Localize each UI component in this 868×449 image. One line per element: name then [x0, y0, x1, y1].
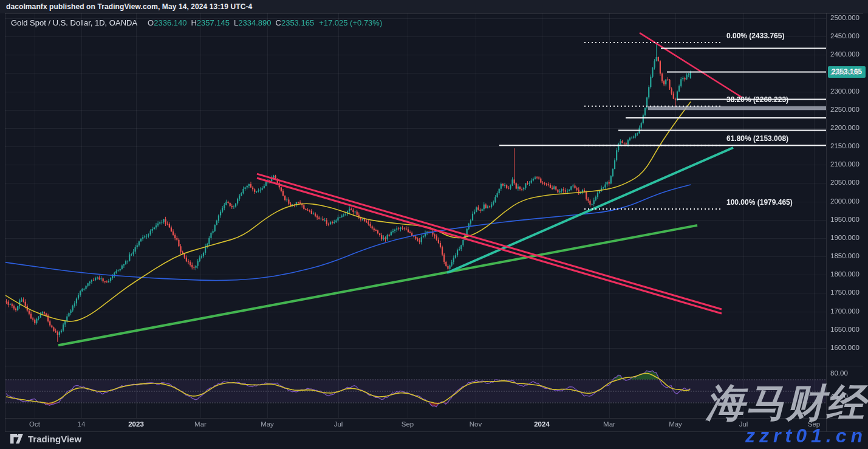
price-axis-tick: 1900.000 — [830, 234, 859, 241]
price-axis-tick: 2500.000 — [830, 14, 859, 21]
tradingview-logo-text: TradingView — [28, 434, 81, 444]
price-axis-tick: 2150.000 — [830, 142, 859, 149]
time-axis-label: Jul — [739, 420, 748, 428]
price-axis-tick: 2400.000 — [830, 50, 859, 58]
time-axis-label: 14 — [78, 420, 86, 428]
watermark-url: zzrt01.cn — [745, 425, 867, 447]
rsi-axis-tick: 40.00 — [830, 392, 848, 400]
fib-level-label: 38.20% (2260.223) — [726, 95, 788, 104]
tradingview-published-chart: dacolmanfx published on TradingView.com,… — [0, 0, 868, 449]
price-axis-tick: 1700.000 — [830, 307, 859, 315]
time-axis-label: Jul — [334, 420, 343, 428]
time-axis-label: Oct — [29, 420, 40, 428]
open-value: 2336.140 — [154, 18, 186, 27]
open-label: O — [148, 18, 154, 27]
price-axis-tick: 2350.000 — [830, 69, 859, 76]
time-axis-label: Nov — [470, 420, 482, 428]
time-axis-label: Mar — [603, 420, 615, 428]
price-axis-tick: 2450.000 — [830, 32, 859, 39]
time-axis-label: Sep — [402, 420, 414, 428]
price-axis-tick: 2100.000 — [830, 160, 859, 168]
price-axis-tick: 1650.000 — [830, 326, 859, 333]
tradingview-logo[interactable]: TradingView — [10, 433, 81, 444]
price-axis-tick: 1750.000 — [830, 289, 859, 296]
watermark-brand: 海马财经 — [706, 377, 866, 430]
publish-line: dacolmanfx published on TradingView.com,… — [6, 2, 252, 11]
fib-level-label: 61.80% (2153.008) — [726, 134, 788, 143]
close-label: C — [276, 18, 281, 27]
time-axis-label: Mar — [194, 420, 207, 428]
time-axis-label: Sep — [808, 420, 820, 428]
price-axis-tick: 1600.000 — [830, 344, 859, 351]
price-axis-tick: 2300.000 — [830, 87, 859, 95]
price-axis-tick: 2200.000 — [830, 124, 859, 131]
time-axis-label: May — [669, 420, 682, 428]
price-axis-tick: 2250.000 — [830, 106, 859, 113]
high-label: H — [191, 18, 196, 27]
time-axis-label: May — [261, 420, 274, 428]
time-axis-label: 2023 — [128, 420, 144, 428]
close-value: 2353.165 — [281, 18, 314, 27]
price-axis-tick: 2050.000 — [830, 179, 859, 186]
price-axis-tick: 1950.000 — [830, 216, 859, 223]
fib-level-label: 100.00% (1979.465) — [726, 198, 793, 207]
high-value: 2357.145 — [197, 18, 230, 27]
change-value: +17.025 (+0.73%) — [319, 18, 382, 27]
low-value: 2334.890 — [238, 18, 271, 27]
publish-header-bar: dacolmanfx published on TradingView.com,… — [0, 0, 868, 13]
fib-level-label: 0.00% (2433.765) — [726, 32, 784, 40]
symbol-title[interactable]: Gold Spot / U.S. Dollar, 1D, OANDA — [11, 18, 137, 27]
price-axis-tick: 2000.000 — [830, 197, 859, 205]
time-axis-label: 2024 — [534, 420, 550, 428]
price-axis-tick: 1800.000 — [830, 270, 859, 278]
price-axis-tick: 1850.000 — [830, 252, 859, 259]
symbol-legend[interactable]: Gold Spot / U.S. Dollar, 1D, OANDAO2336.… — [11, 18, 382, 27]
tradingview-logo-icon — [10, 433, 24, 444]
rsi-axis-tick: 80.00 — [830, 369, 848, 377]
